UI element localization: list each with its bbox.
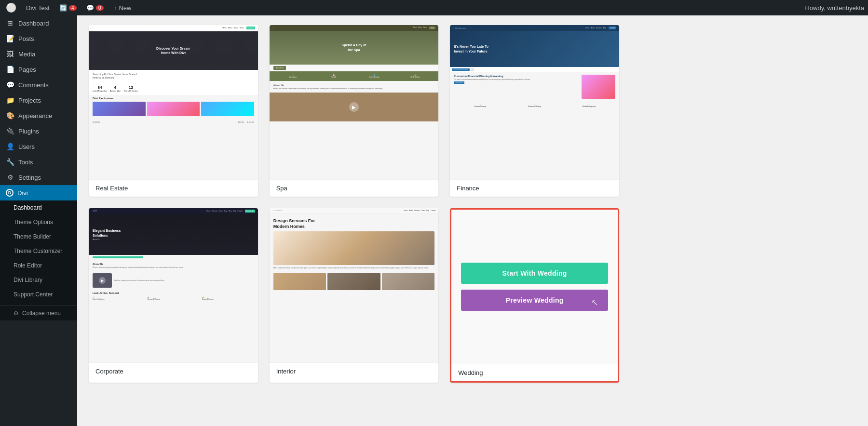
int-bottom-img-3 bbox=[382, 273, 435, 290]
re-img-3 bbox=[201, 102, 254, 116]
cards-grid: ○ MenuMenuMenuMenu Contact Discover Your… bbox=[89, 25, 619, 383]
sidebar-item-media[interactable]: 🖼 Media bbox=[0, 46, 77, 62]
real-estate-label: Real Estate bbox=[95, 185, 128, 192]
sidebar-item-collapse[interactable]: ⊙ Collapse menu bbox=[0, 306, 77, 320]
spa-about: About Us At Divi, we provide a sanctuary… bbox=[270, 81, 439, 93]
collapse-label: Collapse menu bbox=[22, 310, 61, 317]
fin-text-block: Customized Financial Planning & Investin… bbox=[454, 75, 579, 99]
fin-cta-btn: Schedule Free Consultation bbox=[452, 68, 470, 71]
wedding-preview-spacer-bottom bbox=[461, 317, 608, 354]
spa-feat-2: 🌸Facials bbox=[314, 74, 353, 78]
card-interior[interactable]: ○ Divi Interior HomeAboutServicesTeamBlo… bbox=[270, 208, 439, 383]
wp-logo-icon: ⚪ bbox=[6, 2, 16, 13]
spa-feat-3: 💧Hydrotherapy bbox=[355, 74, 394, 78]
support-center-label: Support Center bbox=[14, 291, 53, 298]
main-layout: ⊞ Dashboard 📝 Posts 🖼 Media 📄 Pages 💬 Co… bbox=[0, 15, 868, 426]
sidebar-label-pages: Pages bbox=[18, 66, 36, 73]
sidebar-item-appearance[interactable]: 🎨 Appearance bbox=[0, 108, 77, 123]
media-icon: 🖼 bbox=[6, 50, 14, 58]
sidebar-item-plugins[interactable]: 🔌 Plugins bbox=[0, 123, 77, 139]
re-hero: Discover Your DreamHome With Divi bbox=[89, 31, 258, 70]
sidebar-label-settings: Settings bbox=[18, 174, 41, 181]
corp-tagline: Lead. Achive. Succeed. bbox=[89, 290, 258, 296]
sidebar-item-settings[interactable]: ⚙ Settings bbox=[0, 170, 77, 185]
re-price-row: $1,250,000$980,000$2,100,000 bbox=[89, 120, 258, 125]
spa-about-title: About Us bbox=[273, 84, 435, 87]
users-icon: 👤 bbox=[6, 143, 14, 150]
preview-wedding-button[interactable]: Preview Wedding bbox=[461, 290, 608, 311]
sidebar-item-theme-options[interactable]: Theme Options bbox=[0, 215, 77, 229]
sidebar-item-pages[interactable]: 📄 Pages bbox=[0, 62, 77, 77]
fin-hero: It's Never Too Late ToInvest In Your Fut… bbox=[450, 31, 619, 67]
card-finance[interactable]: ○ Divi Finance HomeAboutServicesBlog Con… bbox=[450, 25, 619, 197]
sidebar-item-support-center[interactable]: Support Center bbox=[0, 287, 77, 302]
theme-customizer-label: Theme Customizer bbox=[14, 248, 62, 254]
re-img-1 bbox=[93, 102, 146, 116]
int-hero-title: Design Services ForModern Homes bbox=[270, 213, 439, 231]
start-with-wedding-button[interactable]: Start With Wedding bbox=[461, 263, 608, 284]
sidebar-item-comments[interactable]: 💬 Comments bbox=[0, 77, 77, 93]
sidebar-label-dashboard: Dashboard bbox=[18, 20, 49, 27]
fin-features: ○Financial Planning ○Retirement Planning… bbox=[450, 102, 619, 109]
appearance-icon: 🎨 bbox=[6, 112, 14, 120]
spa-hero: Spend A Day atthe Spa bbox=[270, 31, 439, 65]
spa-book-btn: Book Now bbox=[273, 66, 286, 70]
corporate-preview: ○ CORP HomeServicesTeamBlogShopBlogConta… bbox=[89, 208, 258, 362]
re-nav: ○ MenuMenuMenuMenu Contact bbox=[89, 25, 258, 31]
sidebar-label-appearance: Appearance bbox=[18, 112, 52, 120]
new-icon: + bbox=[113, 4, 117, 12]
settings-icon: ⚙ bbox=[6, 173, 14, 181]
sidebar-item-projects[interactable]: 📁 Projects bbox=[0, 93, 77, 108]
new-item[interactable]: + New bbox=[111, 0, 134, 15]
cursor-icon: ↖ bbox=[591, 297, 598, 308]
pages-icon: 📄 bbox=[6, 66, 14, 73]
spa-nav: ○ MenuMenuMenu Book bbox=[270, 25, 439, 31]
sidebar-item-role-editor[interactable]: Role Editor bbox=[0, 258, 77, 273]
site-name-item[interactable]: Divi Test bbox=[24, 0, 52, 15]
comments-badge: 0 bbox=[96, 5, 104, 11]
sidebar-item-dashboard[interactable]: ⊞ Dashboard bbox=[0, 15, 77, 31]
int-about-text: With a passion for creating beautiful, f… bbox=[270, 265, 439, 271]
corp-bottom: ▶ Watch our company overview video to le… bbox=[89, 271, 258, 290]
spa-btn-row: Book Now bbox=[270, 65, 439, 71]
wedding-footer: Wedding bbox=[451, 364, 618, 381]
admin-bar-left: ⚪ Divi Test 🔄 4 💬 0 + New bbox=[4, 0, 799, 15]
wedding-label: Wedding bbox=[458, 369, 483, 376]
spa-bottom-img: ▶ bbox=[270, 93, 439, 121]
re-stat-3: 12Years Of Service bbox=[124, 85, 138, 92]
corp-about-text: We are a full-service agency committed t… bbox=[93, 266, 254, 268]
sidebar-item-tools[interactable]: 🔧 Tools bbox=[0, 154, 77, 170]
sidebar-item-divi-library[interactable]: Divi Library bbox=[0, 273, 77, 287]
sidebar-label-plugins: Plugins bbox=[18, 128, 39, 135]
sidebar-label-posts: Posts bbox=[18, 35, 34, 42]
sidebar-item-theme-customizer[interactable]: Theme Customizer bbox=[0, 244, 77, 258]
corporate-footer: Corporate bbox=[89, 362, 258, 380]
fin-hero-text: It's Never Too Late ToInvest In Your Fut… bbox=[454, 44, 534, 54]
card-spa[interactable]: ○ MenuMenuMenu Book Spend A Day atthe Sp… bbox=[270, 25, 439, 197]
fin-content-title: Customized Financial Planning & Investin… bbox=[454, 75, 579, 78]
sidebar-item-users[interactable]: 👤 Users bbox=[0, 139, 77, 154]
card-corporate[interactable]: ○ CORP HomeServicesTeamBlogShopBlogConta… bbox=[89, 208, 258, 383]
divi-library-label: Divi Library bbox=[14, 277, 42, 283]
interior-label: Interior bbox=[276, 368, 296, 375]
comments-icon: 💬 bbox=[86, 4, 94, 12]
spa-hero-text: Spend A Day atthe Spa bbox=[342, 43, 366, 53]
updates-item[interactable]: 🔄 4 bbox=[57, 0, 79, 15]
re-hero-text: Discover Your DreamHome With Divi bbox=[156, 46, 190, 55]
sidebar-item-divi[interactable]: D Divi bbox=[0, 185, 77, 200]
real-estate-preview: ○ MenuMenuMenuMenu Contact Discover Your… bbox=[89, 25, 258, 179]
sidebar-item-divi-dashboard[interactable]: Dashboard bbox=[0, 200, 77, 215]
greeting-text: Howdy, writtenbyekta bbox=[805, 4, 864, 12]
tools-icon: 🔧 bbox=[6, 158, 14, 166]
sidebar-item-theme-builder[interactable]: Theme Builder bbox=[0, 229, 77, 244]
sidebar: ⊞ Dashboard 📝 Posts 🖼 Media 📄 Pages 💬 Co… bbox=[0, 15, 77, 426]
card-wedding[interactable]: Start With Wedding Preview Wedding ↖ Wed… bbox=[450, 208, 619, 383]
corp-play-icon: ▶ bbox=[99, 277, 106, 284]
int-bottom-img-2 bbox=[327, 273, 380, 290]
card-real-estate[interactable]: ○ MenuMenuMenuMenu Contact Discover Your… bbox=[89, 25, 258, 197]
comments-item[interactable]: 💬 0 bbox=[84, 0, 106, 15]
finance-preview-inner: ○ Divi Finance HomeAboutServicesBlog Con… bbox=[450, 25, 619, 179]
re-section-title: Divi Exclusives bbox=[89, 95, 258, 102]
wp-logo-item[interactable]: ⚪ bbox=[4, 0, 18, 15]
sidebar-item-posts[interactable]: 📝 Posts bbox=[0, 31, 77, 46]
